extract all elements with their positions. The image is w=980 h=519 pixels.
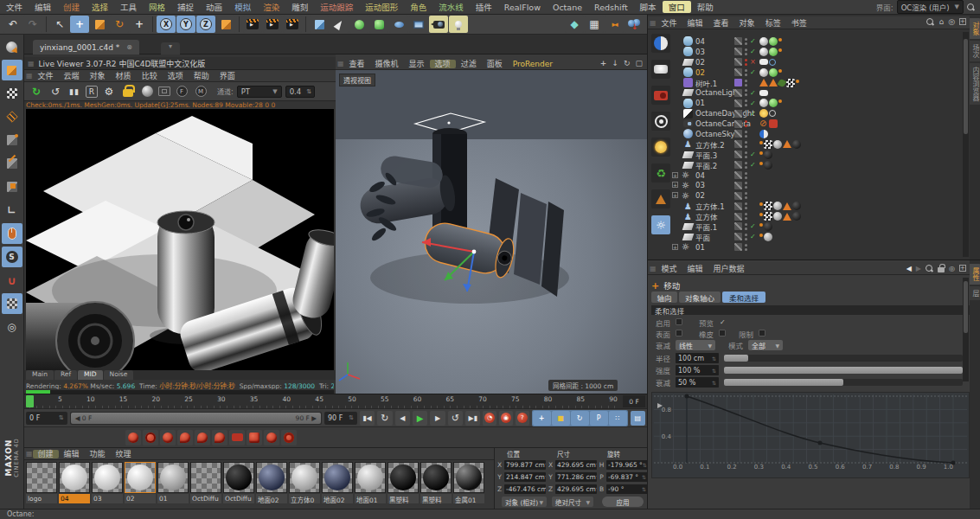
enable-dots[interactable] (745, 244, 747, 251)
search-icon[interactable] (967, 3, 975, 11)
record-keyframe-button[interactable]: ◔ (483, 411, 496, 426)
phong-tag[interactable] (769, 68, 778, 77)
play-button[interactable]: ▶ (413, 411, 427, 426)
object-row[interactable]: ♟立方体 (672, 211, 963, 221)
menu-item[interactable]: 显示 (404, 60, 430, 68)
add-icon[interactable]: + (959, 265, 966, 272)
material-item[interactable]: 03 (92, 462, 123, 503)
arealight-tag[interactable] (759, 90, 768, 96)
material-item[interactable]: 地面02 (322, 462, 353, 503)
expand-icon[interactable]: + (672, 244, 678, 250)
material-tag[interactable] (759, 37, 768, 46)
move-tool[interactable]: + (70, 16, 89, 33)
environment-tag[interactable] (759, 130, 768, 138)
menu-item[interactable]: 模式 (657, 265, 682, 273)
octane-tag[interactable] (778, 69, 782, 73)
uvw-tag[interactable] (764, 140, 772, 149)
material-thumbnail[interactable] (256, 462, 287, 493)
material-preview-button[interactable] (139, 84, 155, 99)
object-name[interactable]: 02 (695, 58, 705, 67)
octane-tag[interactable] (783, 202, 791, 210)
panel-handle-icon[interactable]: ▦ (650, 19, 657, 27)
material-item[interactable]: 地面02 (256, 462, 287, 503)
material-thumbnail[interactable] (322, 462, 353, 493)
menu-item[interactable]: Redshift (588, 3, 634, 12)
object-row-selected[interactable]: 02✓ (672, 67, 963, 78)
octane-tag[interactable] (769, 79, 778, 86)
pause-render-button[interactable]: ▮▮ (67, 84, 82, 99)
close-icon[interactable]: ⊗ (126, 43, 132, 51)
octane-arealight-button[interactable] (651, 60, 670, 79)
scrubber-range[interactable]: ◀ 0 F90 F ▶ (71, 413, 321, 424)
menu-item[interactable]: 纹理 (111, 450, 137, 458)
menu-item[interactable]: 界面 (215, 72, 240, 80)
object-row[interactable]: OctaneLight✓ (672, 87, 963, 98)
visibility-toggle[interactable] (734, 233, 742, 240)
menu-item[interactable]: 摄像机 (370, 60, 404, 68)
material-item[interactable]: 黑塑料 (388, 462, 419, 503)
lock-x-axis-button[interactable]: X (157, 16, 176, 33)
material-thumbnail[interactable] (420, 462, 452, 493)
visibility-toggle[interactable] (734, 99, 742, 107)
playhead[interactable] (26, 395, 34, 407)
scrollbar-thumb[interactable] (964, 39, 968, 134)
leaf-tag[interactable] (778, 78, 787, 87)
target-tag[interactable] (769, 59, 776, 66)
octane-tag[interactable] (759, 162, 763, 165)
falloff-select[interactable]: 线性▼ (676, 340, 715, 350)
menu-item[interactable]: 编辑 (682, 265, 708, 273)
octane-diffuse-material-button[interactable] (125, 430, 141, 445)
material-thumbnail[interactable] (453, 462, 484, 493)
preview-checkbox[interactable]: ✓ (719, 318, 726, 325)
object-row[interactable]: +☼03 (672, 180, 963, 190)
menu-item[interactable]: 功能 (85, 450, 111, 458)
octane-tag[interactable] (778, 38, 782, 42)
material-picker-button[interactable]: M (193, 84, 208, 99)
interface-select[interactable]: OC渲染 (用户)▼ (897, 0, 964, 14)
expand-icon[interactable]: + (672, 192, 678, 198)
octane-tag[interactable] (759, 202, 763, 206)
object-name[interactable]: 立方体.1 (695, 201, 725, 211)
object-row[interactable]: OctaneDayLight✓ (672, 108, 963, 119)
viewport-zoom-icon[interactable]: ↓ (609, 59, 621, 67)
object-row[interactable]: OctaneSky (672, 129, 963, 139)
octane-ies-light-button[interactable] (651, 112, 670, 131)
object-manager-scrollbar[interactable] (963, 32, 969, 257)
tab-takes[interactable]: 场次 (970, 41, 980, 61)
object-name[interactable]: 04 (695, 37, 705, 46)
menu-item[interactable]: 查看 (344, 60, 370, 68)
convert-object-button[interactable] (2, 36, 22, 57)
octane-tag[interactable] (783, 213, 791, 221)
edges-mode-button[interactable] (2, 153, 22, 174)
object-name[interactable]: 立方体.2 (695, 139, 725, 150)
rotation-p-field[interactable]: -69.837 °⇅ (606, 472, 648, 482)
material-item[interactable]: 黑塑料 (420, 462, 452, 503)
menu-item[interactable]: 用户数据 (708, 265, 750, 273)
workplane-p-button[interactable] (2, 293, 22, 314)
octane-scatter-button[interactable] (247, 430, 262, 445)
tab-attributes[interactable]: 属性 (970, 264, 980, 285)
panel-handle-icon[interactable]: ▦ (26, 72, 33, 80)
enable-dots[interactable] (745, 151, 747, 158)
menu-item[interactable]: 动画 (200, 1, 228, 13)
enable-dots[interactable] (745, 172, 747, 179)
object-name[interactable]: 01 (695, 243, 705, 252)
material-item[interactable]: 02 (125, 462, 156, 503)
viewport-label[interactable]: 透视视图 (339, 74, 375, 86)
document-tab[interactable]: yinxiang_0001.c4d *⊗ (33, 40, 139, 54)
layout-grid-button[interactable]: ▦ (585, 16, 604, 33)
surface-checkbox[interactable] (676, 330, 682, 336)
material-thumbnail[interactable] (125, 462, 156, 493)
goto-end-button[interactable]: ▶▮ (465, 411, 480, 426)
target-tag[interactable] (769, 110, 776, 117)
object-name[interactable]: 立方体 (695, 211, 718, 221)
rotate-tool[interactable]: ↻ (110, 16, 129, 33)
viewport-solo-button[interactable] (2, 223, 22, 244)
menu-item[interactable]: 运动图形 (359, 1, 404, 13)
object-name[interactable]: 01 (695, 99, 705, 107)
material-tag[interactable] (792, 202, 801, 210)
rotation-b-field[interactable]: -90 °⇅ (606, 484, 648, 494)
material-item[interactable]: 04 (59, 462, 90, 503)
key-scale-toggle[interactable]: ■ (552, 411, 570, 426)
previous-key-button[interactable]: ◀ (395, 411, 410, 426)
